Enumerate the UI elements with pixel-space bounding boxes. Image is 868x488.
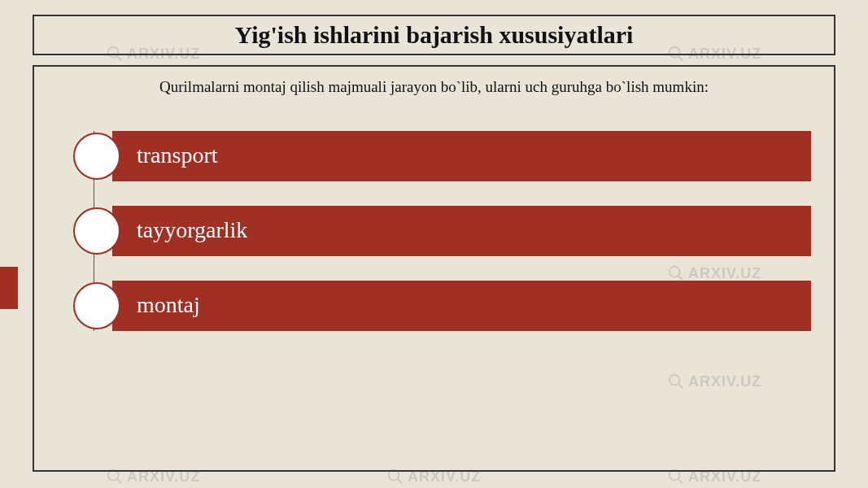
slide-title: Yig'ish ishlarini bajarish xususiyatlari [42,21,826,49]
list-item: montaj [73,281,811,331]
bar-label: montaj [112,281,811,331]
svg-line-13 [117,479,122,484]
content-box: Qurilmalarni montaj qilish majmuali jara… [33,65,835,472]
bullet-circle [73,207,120,255]
svg-line-17 [678,479,683,484]
list-item: transport [73,131,811,181]
bullet-circle [73,133,120,180]
bar-label: tayyorgarlik [112,206,811,256]
left-accent-bar [0,267,18,309]
bar-label: transport [112,131,811,181]
bar-list: transport tayyorgarlik montaj [57,131,811,331]
slide-subtitle: Qurilmalarni montaj qilish majmuali jara… [57,76,811,98]
svg-line-15 [398,479,403,484]
list-item: tayyorgarlik [73,206,811,256]
slide-container: Yig'ish ishlarini bajarish xususiyatlari… [33,15,835,472]
title-box: Yig'ish ishlarini bajarish xususiyatlari [33,15,835,55]
bullet-circle [73,282,120,329]
